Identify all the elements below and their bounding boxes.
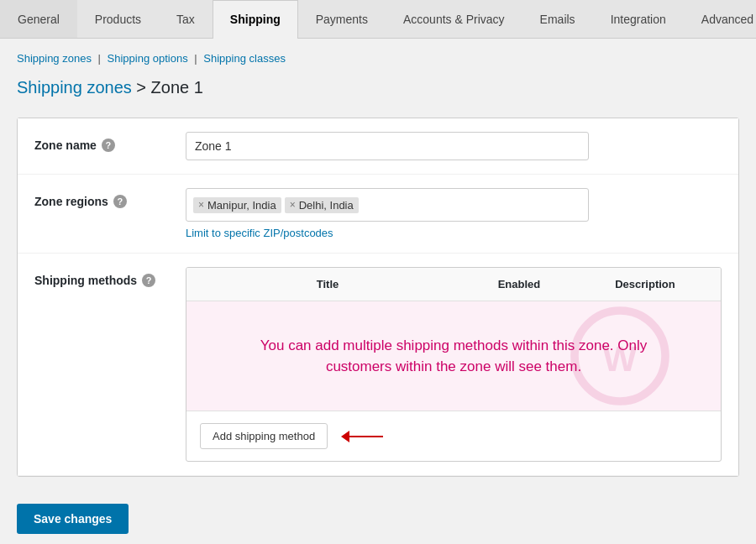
add-method-area: Add shipping method bbox=[186, 411, 721, 461]
zone-name-help-icon[interactable]: ? bbox=[102, 139, 115, 152]
zone-name-label-cell: Zone name ? bbox=[18, 118, 186, 175]
shipping-info-text: You can add multiple shipping methods wi… bbox=[235, 335, 672, 378]
page-heading: Shipping zones > Zone 1 bbox=[17, 78, 739, 97]
zone-regions-help-icon[interactable]: ? bbox=[113, 195, 127, 208]
tag-delhi: × Delhi, India bbox=[285, 197, 359, 213]
tab-general[interactable]: General bbox=[0, 0, 77, 38]
tab-shipping[interactable]: Shipping bbox=[213, 0, 298, 39]
tag-manipur-remove[interactable]: × bbox=[198, 199, 204, 211]
zone-name-row: Zone name ? bbox=[18, 118, 738, 175]
form-table: Zone name ? Zone regions ? bbox=[18, 118, 738, 476]
subnav-options-link[interactable]: Shipping options bbox=[108, 52, 188, 65]
save-changes-button[interactable]: Save changes bbox=[17, 504, 129, 534]
shipping-methods-label-cell: Shipping methods ? bbox=[18, 254, 186, 476]
subnav-classes-link[interactable]: Shipping classes bbox=[203, 52, 286, 65]
shipping-methods-field-cell: Title Enabled Description W You can add … bbox=[186, 254, 738, 476]
tag-delhi-remove[interactable]: × bbox=[290, 199, 296, 211]
breadcrumb-zones-link[interactable]: Shipping zones bbox=[17, 78, 132, 97]
add-shipping-method-button[interactable]: Add shipping method bbox=[200, 423, 328, 449]
main-content: Shipping zones | Shipping options | Ship… bbox=[0, 39, 756, 490]
breadcrumb-current: Zone 1 bbox=[151, 78, 203, 97]
tab-tax[interactable]: Tax bbox=[159, 0, 213, 38]
tab-products[interactable]: Products bbox=[77, 0, 159, 38]
tab-emails[interactable]: Emails bbox=[522, 0, 593, 38]
col-title-header: Title bbox=[186, 268, 469, 301]
subnav-sep2: | bbox=[194, 52, 197, 65]
breadcrumb-separator: > bbox=[136, 78, 150, 97]
shipping-methods-row: Shipping methods ? Title Enabled Descrip… bbox=[18, 254, 738, 476]
tab-payments[interactable]: Payments bbox=[298, 0, 386, 38]
col-description-header: Description bbox=[570, 268, 721, 301]
zone-regions-label: Zone regions bbox=[34, 195, 108, 208]
shipping-methods-label: Shipping methods bbox=[34, 274, 137, 287]
tag-delhi-label: Delhi, India bbox=[299, 199, 354, 212]
settings-panel: Zone name ? Zone regions ? bbox=[17, 118, 739, 477]
subnav-zones-link[interactable]: Shipping zones bbox=[17, 52, 92, 65]
arrow-indicator bbox=[341, 431, 383, 442]
zone-regions-tag-input[interactable]: × Manipur, India × Delhi, India bbox=[186, 188, 589, 222]
col-enabled-header: Enabled bbox=[469, 268, 570, 301]
tag-manipur-label: Manipur, India bbox=[207, 199, 276, 212]
arrow-line bbox=[349, 436, 383, 437]
tab-integration[interactable]: Integration bbox=[593, 0, 684, 38]
zone-name-input[interactable] bbox=[186, 132, 589, 160]
tag-manipur: × Manipur, India bbox=[193, 197, 281, 213]
zone-regions-label-cell: Zone regions ? bbox=[18, 175, 186, 254]
tabs-bar: General Products Tax Shipping Payments A… bbox=[0, 0, 756, 39]
shipping-info-area: W You can add multiple shipping methods … bbox=[186, 301, 721, 411]
shipping-methods-help-icon[interactable]: ? bbox=[142, 274, 155, 287]
zone-regions-row: Zone regions ? × Manipur, India × Delhi,… bbox=[18, 175, 738, 254]
zone-name-field-cell bbox=[186, 118, 738, 175]
save-area: Save changes bbox=[0, 490, 756, 544]
subnav-sep1: | bbox=[98, 52, 101, 65]
arrow-head bbox=[341, 431, 349, 442]
tab-advanced[interactable]: Advanced bbox=[684, 0, 756, 38]
shipping-methods-header: Title Enabled Description bbox=[186, 268, 721, 301]
tab-accounts-privacy[interactable]: Accounts & Privacy bbox=[386, 0, 522, 38]
zone-regions-field-cell: × Manipur, India × Delhi, India Limit to… bbox=[186, 175, 738, 254]
shipping-methods-table: Title Enabled Description W You can add … bbox=[186, 267, 722, 462]
limit-zip-link[interactable]: Limit to specific ZIP/postcodes bbox=[186, 227, 722, 239]
zone-name-label: Zone name bbox=[34, 139, 97, 152]
subnav: Shipping zones | Shipping options | Ship… bbox=[17, 52, 739, 65]
